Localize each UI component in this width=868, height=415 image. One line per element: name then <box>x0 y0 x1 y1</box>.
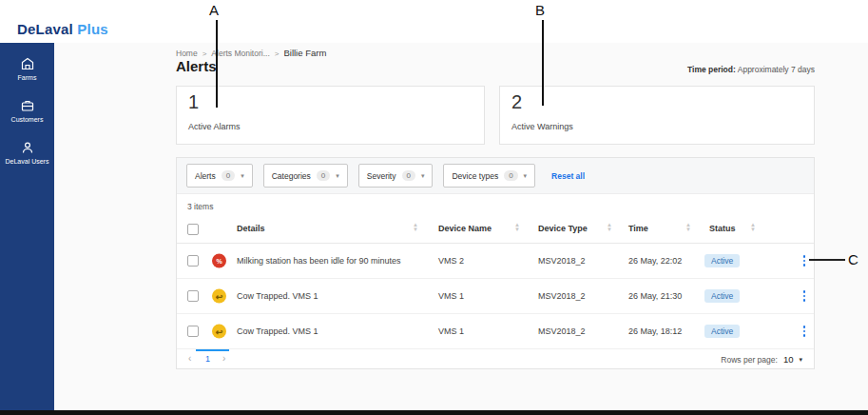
row-menu-kebab-icon[interactable] <box>800 254 809 267</box>
cell-device-name: VMS 2 <box>438 256 464 266</box>
chevron-down-icon: ▾ <box>241 172 244 180</box>
cell-time: 26 May, 21:30 <box>628 291 682 301</box>
logo-primary: DeLaval <box>17 21 73 37</box>
time-period-text: Time period: Approximately 7 days <box>687 65 815 74</box>
reset-all-link[interactable]: Reset all <box>551 171 585 181</box>
annotation-line-c <box>809 259 845 261</box>
sidebar-item-label: Farms <box>18 74 37 82</box>
top-header: DeLaval Plus <box>0 0 868 43</box>
active-warnings-count: 2 <box>511 91 522 113</box>
annotation-label-a: A <box>209 2 219 18</box>
row-checkbox[interactable] <box>187 255 199 267</box>
breadcrumb-home[interactable]: Home <box>176 49 198 58</box>
dropdown-label: Categories <box>272 171 311 181</box>
sort-icon[interactable]: ▲▼ <box>413 223 418 232</box>
sidebar-item-label: DeLaval Users <box>6 158 49 166</box>
cell-device-type: MSV2018_2 <box>538 256 586 266</box>
dropdown-label: Alerts <box>195 171 216 181</box>
device-types-filter-dropdown[interactable]: Device types 0 ▾ <box>443 164 535 188</box>
next-page-button[interactable]: › <box>222 353 225 364</box>
time-period-value: Approximately 7 days <box>736 65 815 74</box>
column-header-status[interactable]: Status <box>709 224 736 233</box>
page-number-1[interactable]: 1 <box>205 354 210 364</box>
briefcase-icon <box>20 98 35 113</box>
cell-time: 26 May, 22:02 <box>628 256 682 266</box>
dropdown-count-badge: 0 <box>317 170 330 181</box>
items-count: 3 items <box>187 202 213 211</box>
breadcrumb-billie-farm[interactable]: Billie Farm <box>283 48 326 58</box>
sidebar-item-farms[interactable]: Farms <box>0 56 54 82</box>
alerts-filter-dropdown[interactable]: Alerts 0 ▾ <box>186 164 253 188</box>
table-row[interactable]: ↩ Cow Trapped. VMS 1 VMS 1 MSV2018_2 26 … <box>177 314 814 349</box>
bottom-bar <box>0 410 868 415</box>
column-header-details[interactable]: Details <box>237 224 265 233</box>
sidebar-nav: Farms Customers DeLaval Users <box>0 43 54 410</box>
status-badge[interactable]: Active <box>704 289 740 303</box>
sidebar-item-label: Customers <box>11 116 44 124</box>
breadcrumb-separator: > <box>275 49 280 58</box>
breadcrumb: Home > Alerts Monitori... > Billie Farm <box>176 48 326 58</box>
page-title: Alerts <box>176 58 217 74</box>
cell-device-name: VMS 1 <box>438 326 464 336</box>
active-warnings-card[interactable]: 2 Active Warnings <box>499 86 815 145</box>
alerts-table-card: Alerts 0 ▾ Categories 0 ▾ Severity 0 ▾ D… <box>176 157 815 369</box>
rows-per-page-value[interactable]: 10 <box>783 354 794 365</box>
sort-icon[interactable]: ▲▼ <box>607 223 612 232</box>
warning-severity-icon: ↩ <box>212 289 226 304</box>
time-period-label: Time period: <box>687 65 736 74</box>
sort-icon[interactable]: ▲▼ <box>750 223 756 232</box>
users-icon <box>20 140 35 155</box>
table-row[interactable]: % Milking station has been idle for 90 m… <box>177 244 814 279</box>
column-header-time[interactable]: Time <box>628 224 648 233</box>
chevron-down-icon: ▾ <box>336 172 339 180</box>
cell-details: Cow Trapped. VMS 1 <box>237 326 318 336</box>
cell-device-type: MSV2018_2 <box>538 291 586 301</box>
row-menu-kebab-icon[interactable] <box>800 289 809 303</box>
current-page-indicator <box>196 349 229 351</box>
row-checkbox[interactable] <box>187 290 199 302</box>
chevron-down-icon[interactable]: ▾ <box>799 356 802 364</box>
sort-icon[interactable]: ▲▼ <box>514 223 520 232</box>
chevron-down-icon: ▾ <box>421 172 425 180</box>
breadcrumb-separator: > <box>203 49 207 58</box>
column-header-device-name[interactable]: Device Name <box>438 224 492 233</box>
annotation-line-a <box>216 20 218 108</box>
filter-bar: Alerts 0 ▾ Categories 0 ▾ Severity 0 ▾ D… <box>177 158 814 194</box>
logo-secondary: Plus <box>77 21 107 37</box>
select-all-checkbox[interactable] <box>187 224 199 235</box>
table-row[interactable]: ↩ Cow Trapped. VMS 1 VMS 1 MSV2018_2 26 … <box>177 279 814 314</box>
breadcrumb-alerts-monitoring[interactable]: Alerts Monitori... <box>211 49 269 58</box>
pagination-bar: ‹ 1 › Rows per page: 10 ▾ <box>177 349 814 369</box>
active-warnings-label: Active Warnings <box>511 122 573 131</box>
active-alarms-card[interactable]: 1 Active Alarms <box>176 86 485 145</box>
warning-severity-icon: ↩ <box>212 325 226 339</box>
annotation-line-b <box>542 20 544 106</box>
farm-icon <box>20 56 35 71</box>
dropdown-label: Severity <box>367 171 396 181</box>
categories-filter-dropdown[interactable]: Categories 0 ▾ <box>263 164 348 188</box>
status-badge[interactable]: Active <box>704 254 740 267</box>
active-alarms-label: Active Alarms <box>188 122 241 131</box>
chevron-down-icon: ▾ <box>524 172 528 180</box>
table-header-row: Details ▲▼ Device Name ▲▼ Device Type ▲▼… <box>177 215 814 244</box>
dropdown-label: Device types <box>452 171 498 181</box>
cell-device-type: MSV2018_2 <box>538 326 586 336</box>
active-alarms-count: 1 <box>188 91 199 113</box>
delaval-plus-logo[interactable]: DeLaval Plus <box>17 21 108 37</box>
dropdown-count-badge: 0 <box>402 170 415 181</box>
row-menu-kebab-icon[interactable] <box>800 325 809 338</box>
app-window: DeLaval Plus Farms Customers <box>0 0 868 415</box>
sidebar-item-customers[interactable]: Customers <box>0 98 54 124</box>
sidebar-item-delaval-users[interactable]: DeLaval Users <box>0 140 54 166</box>
row-checkbox[interactable] <box>187 326 199 337</box>
cell-details: Cow Trapped. VMS 1 <box>237 291 318 301</box>
dropdown-count-badge: 0 <box>504 170 517 181</box>
column-header-device-type[interactable]: Device Type <box>538 224 588 233</box>
severity-filter-dropdown[interactable]: Severity 0 ▾ <box>358 164 434 188</box>
rows-per-page: Rows per page: 10 ▾ <box>721 354 802 365</box>
cell-time: 26 May, 18:12 <box>628 326 682 336</box>
annotation-label-b: B <box>535 2 545 18</box>
status-badge[interactable]: Active <box>704 325 740 338</box>
previous-page-button[interactable]: ‹ <box>188 353 191 364</box>
sort-icon[interactable]: ▲▼ <box>685 223 691 232</box>
